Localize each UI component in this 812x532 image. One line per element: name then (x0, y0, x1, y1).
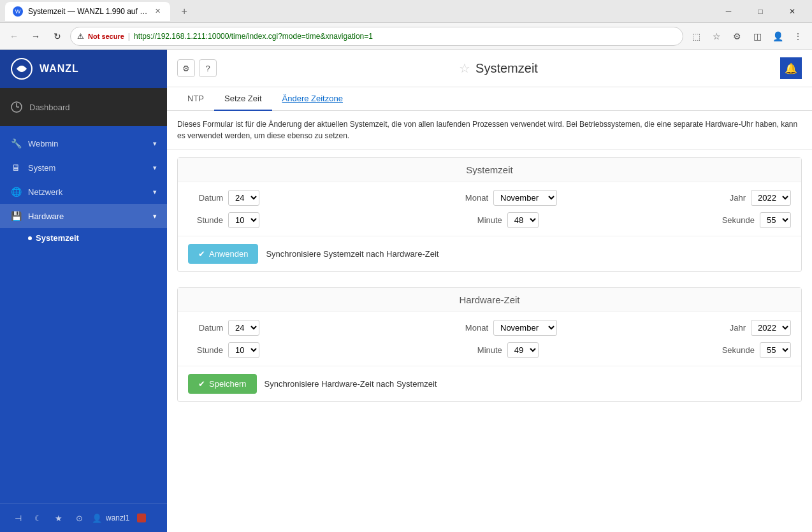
sidebar-item-netzwerk[interactable]: 🌐 Netzwerk ▾ (0, 180, 167, 204)
datum-select-hw[interactable]: 24 (228, 320, 259, 336)
minute-select-sz[interactable]: 48 (507, 212, 539, 228)
hardwarezeit-sync-label: Synchronisiere Hardware-Zeit nach System… (265, 379, 437, 389)
footer-moon-icon[interactable]: ☾ (31, 510, 46, 526)
sidebar-item-hardware[interactable]: 💾 Hardware ▾ (0, 204, 167, 228)
bookmark-star-icon[interactable]: ☆ (707, 27, 725, 45)
logout-button[interactable] (137, 514, 146, 522)
speichern-button[interactable]: ✔ Speichern (188, 374, 257, 394)
minute-label-sz: Minute (474, 215, 502, 225)
systemzeit-title: Systemzeit (178, 158, 801, 182)
notification-button[interactable]: 🔔 (780, 57, 802, 79)
sidebar-item-webmin[interactable]: 🔧 Webmin ▾ (0, 131, 167, 155)
back-button[interactable]: ← (5, 27, 23, 45)
description-text: Dieses Formular ist für die Änderung der… (167, 111, 812, 150)
anwenden-button[interactable]: ✔ Anwenden (188, 244, 258, 264)
sekunde-field-sz: Sekunde 55 (722, 212, 791, 228)
footer-star-icon[interactable]: ★ (51, 510, 66, 526)
profile-icon[interactable]: 👤 (769, 27, 787, 45)
anwenden-label: Anwenden (209, 249, 248, 259)
sekunde-select-sz[interactable]: 55 (760, 212, 791, 228)
footer-home-icon[interactable]: ⊣ (10, 510, 25, 526)
systemzeit-row2: Stunde 10 Minute 48 (188, 212, 791, 228)
hardwarezeit-title: Hardware-Zeit (178, 288, 801, 312)
minimize-button[interactable]: ─ (714, 2, 743, 21)
webmin-arrow: ▾ (153, 140, 157, 148)
description-content: Dieses Formular ist für die Änderung der… (177, 120, 797, 140)
sidebar-item-system[interactable]: 🖥 System ▾ (0, 155, 167, 180)
hardwarezeit-form: Datum 24 Monat November (178, 312, 801, 366)
address-bar[interactable]: ⚠ Not secure | https://192.168.1.211:100… (70, 27, 683, 46)
sidebar-nav: 🔧 Webmin ▾ 🖥 System ▾ 🌐 Netzwerk ▾ 💾 Har… (0, 126, 167, 503)
title-star-icon[interactable]: ☆ (459, 61, 470, 76)
dashboard-label: Dashboard (29, 103, 70, 112)
hardware-label: Hardware (28, 212, 64, 221)
tab-icon: W (13, 6, 23, 17)
refresh-button[interactable]: ↻ (48, 27, 66, 45)
browser-tab[interactable]: W Systemzeit — WANZL 1.990 auf … ✕ (5, 2, 170, 21)
jahr-select-hw[interactable]: 2022 (751, 320, 791, 336)
jahr-label: Jahr (727, 193, 746, 203)
webmin-icon: 🔧 (10, 138, 22, 149)
hardwarezeit-actions: ✔ Speichern Synchronisiere Hardware-Zeit… (178, 366, 801, 401)
window-controls: ─ □ ✕ (714, 2, 807, 21)
monat-select[interactable]: November (493, 190, 557, 206)
tab-aendere-zeitzone[interactable]: Ändere Zeitzone (272, 87, 353, 111)
browser-toolbar: ← → ↻ ⚠ Not secure | https://192.168.1.2… (0, 23, 812, 50)
sekunde-select-hw[interactable]: 55 (760, 342, 791, 358)
stunde-field-hw: Stunde 10 (188, 342, 290, 358)
footer-user[interactable]: 👤 wanzl1 (92, 514, 129, 523)
system-icon: 🖥 (10, 162, 22, 173)
sidebar-item-systemzeit[interactable]: Systemzeit (0, 228, 167, 248)
datum-field-hw: Datum 24 (188, 320, 290, 336)
security-warning-icon: ⚠ (77, 32, 84, 41)
tabs: NTP Setze Zeit Ändere Zeitzone (167, 87, 812, 111)
tab-setze-zeit[interactable]: Setze Zeit (214, 87, 272, 111)
speichern-check-icon: ✔ (198, 379, 205, 389)
footer-help-icon[interactable]: ⊙ (71, 510, 87, 526)
systemzeit-sync-label: Synchronisiere Systemzeit nach Hardware-… (266, 249, 439, 259)
datum-field: Datum 24 (188, 190, 290, 206)
hardwarezeit-section: Hardware-Zeit Datum 24 Monat (177, 287, 802, 402)
split-screen-icon[interactable]: ◫ (748, 27, 766, 45)
help-icon-button[interactable]: ? (199, 59, 217, 77)
jahr-select[interactable]: 2022 (751, 190, 791, 206)
maximize-button[interactable]: □ (746, 2, 775, 21)
close-button[interactable]: ✕ (778, 2, 807, 21)
sidebar: WANZL Dashboard 🔧 Webmin ▾ (0, 50, 167, 532)
sidebar-logo: WANZL (0, 50, 167, 88)
monat-select-hw[interactable]: November (493, 320, 557, 336)
jahr-field-hw: Jahr 2022 (727, 320, 791, 336)
netzwerk-icon: 🌐 (10, 186, 22, 198)
hardware-arrow: ▾ (153, 212, 157, 220)
datum-label: Datum (188, 193, 223, 203)
netzwerk-label: Netzwerk (28, 187, 62, 197)
new-tab-button[interactable]: + (175, 3, 193, 20)
app-layout: WANZL Dashboard 🔧 Webmin ▾ (0, 50, 812, 532)
settings-icon-button[interactable]: ⚙ (177, 59, 195, 77)
datum-select[interactable]: 24 (228, 190, 259, 206)
page-container: ⚙ ? ☆ Systemzeit 🔔 NTP Setze Zeit Ändere… (167, 50, 812, 532)
systemzeit-form: Datum 24 Monat November (178, 182, 801, 236)
tab-ntp[interactable]: NTP (177, 87, 214, 111)
browser-window: W Systemzeit — WANZL 1.990 auf … ✕ + ─ □… (0, 0, 812, 532)
jahr-label-hw: Jahr (727, 323, 746, 333)
minute-select-hw[interactable]: 49 (507, 342, 539, 358)
anwenden-check-icon: ✔ (198, 249, 205, 259)
separator: | (128, 32, 130, 41)
stunde-select-sz[interactable]: 10 (228, 212, 259, 228)
tab-close-button[interactable]: ✕ (152, 6, 163, 17)
sekunde-field-hw: Sekunde 55 (722, 342, 791, 358)
dashboard-button[interactable]: Dashboard (0, 88, 167, 126)
dashboard-icon (10, 101, 23, 113)
stunde-select-hw[interactable]: 10 (228, 342, 259, 358)
systemzeit-actions: ✔ Anwenden Synchronisiere Systemzeit nac… (178, 236, 801, 271)
jahr-field: Jahr 2022 (727, 190, 791, 206)
minute-field-hw: Minute 49 (303, 342, 709, 358)
menu-icon[interactable]: ⋮ (789, 27, 807, 45)
url-text: https://192.168.1.211:10000/time/index.c… (134, 32, 373, 41)
cast-icon[interactable]: ⬚ (687, 27, 705, 45)
forward-button[interactable]: → (27, 27, 45, 45)
speichern-label: Speichern (209, 379, 247, 389)
extensions-icon[interactable]: ⚙ (728, 27, 746, 45)
browser-toolbar-icons: ⬚ ☆ ⚙ ◫ 👤 ⋮ (687, 27, 807, 45)
